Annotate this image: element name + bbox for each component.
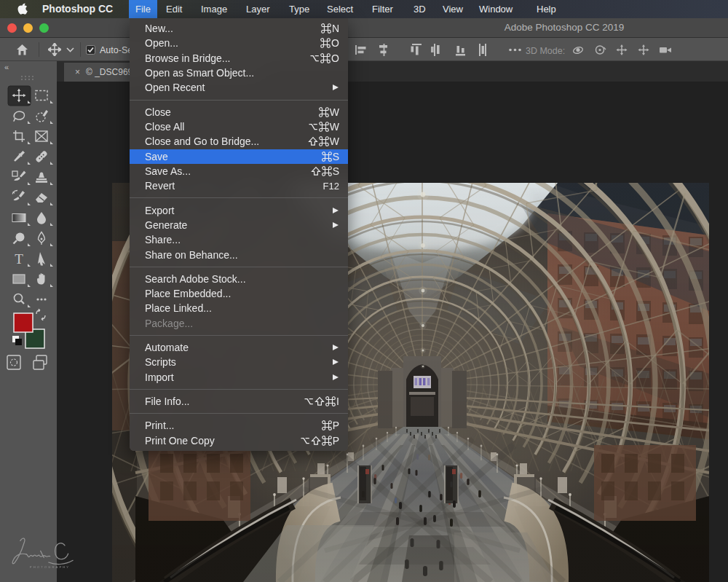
- svg-text:PHOTOGRAPHY: PHOTOGRAPHY: [30, 565, 70, 569]
- svg-text:T: T: [15, 251, 23, 267]
